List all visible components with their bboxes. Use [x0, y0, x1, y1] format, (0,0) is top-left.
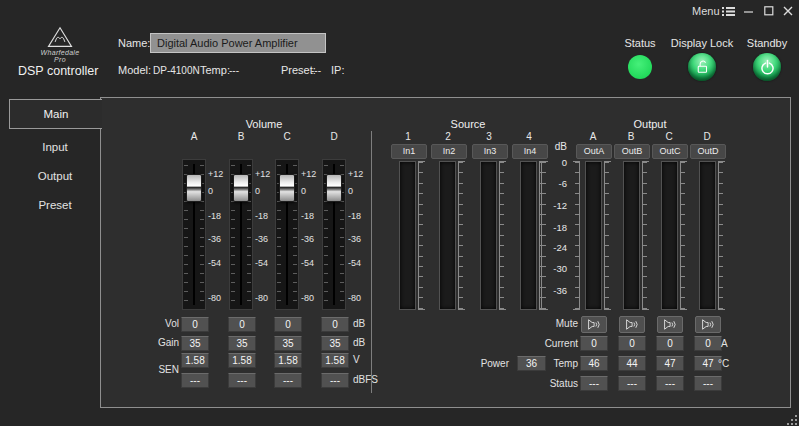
sen-v-value-c[interactable]: 1.58 [274, 353, 302, 368]
sen-v-value-a[interactable]: 1.58 [181, 353, 209, 368]
sen-dbfs-value-d[interactable]: --- [321, 373, 349, 388]
db-scale-bracket-left [541, 161, 548, 310]
input-button-in4[interactable]: In4 [512, 144, 548, 159]
maximize-button[interactable] [761, 4, 777, 18]
sen-v-value-b[interactable]: 1.58 [228, 353, 256, 368]
gain-value-b[interactable]: 35 [228, 336, 256, 351]
scale-label: -80 [348, 293, 361, 303]
output-button-outd[interactable]: OutD [690, 144, 726, 159]
source-col-2: 2 [431, 131, 465, 142]
app-title: DSP controller [18, 64, 98, 78]
current-value-b: 0 [618, 336, 646, 351]
tab-main[interactable]: Main [9, 99, 102, 129]
db-unit-label: dB [549, 141, 567, 153]
preset-value: --- [311, 65, 321, 76]
meter-tick-scale [418, 161, 425, 310]
menu-list-icon[interactable] [720, 4, 736, 18]
power-label: Power [453, 357, 509, 370]
output-button-outb[interactable]: OutB [614, 144, 650, 159]
source-meter-1 [399, 161, 416, 310]
gain-value-a[interactable]: 35 [181, 336, 209, 351]
status-label: Status [613, 37, 667, 49]
fader-handle[interactable] [326, 174, 342, 202]
display-lock-button[interactable] [688, 53, 716, 81]
output-meter-a [585, 161, 602, 310]
source-col-3: 3 [472, 131, 506, 142]
channel-label: A [167, 131, 221, 142]
source-section-title: Source [418, 118, 518, 130]
vol-value-b[interactable]: 0 [228, 317, 256, 332]
sen-dbfs-value-c[interactable]: --- [274, 373, 302, 388]
sen-v-value-d[interactable]: 1.58 [321, 353, 349, 368]
model-value: DP-4100N [153, 65, 200, 76]
sen-dbfs-value-a[interactable]: --- [181, 373, 209, 388]
status-value-c: --- [656, 376, 684, 391]
tab-preset[interactable]: Preset [9, 195, 101, 215]
vol-value-d[interactable]: 0 [321, 317, 349, 332]
sen-dbfs-value-b[interactable]: --- [228, 373, 256, 388]
mute-button-c[interactable] [657, 316, 683, 333]
minimize-button[interactable] [741, 4, 757, 18]
gain-unit: dB [353, 336, 365, 349]
brand-sub: Pro [30, 56, 90, 63]
main-panel: Volume A +12 0 -18 -36 -54 -80 B +12 0 -… [100, 97, 791, 408]
dsp-controller-window: Menu Wharfedale Pro DSP controller Name:… [0, 0, 799, 426]
speaker-icon [625, 319, 640, 330]
source-meter-2 [439, 161, 456, 310]
tab-output[interactable]: Output [9, 166, 101, 186]
output-button-outa[interactable]: OutA [576, 144, 612, 159]
channel-label: D [307, 131, 361, 142]
status-value-a: --- [580, 376, 608, 391]
vol-value-c[interactable]: 0 [274, 317, 302, 332]
sen-label: SEN [119, 363, 179, 376]
current-value-d: 0 [694, 336, 722, 351]
input-button-in2[interactable]: In2 [431, 144, 467, 159]
menu-button[interactable]: Menu [692, 5, 720, 17]
vol-label: Vol [119, 317, 179, 330]
status-row-label: Status [518, 377, 578, 390]
temp-value: --- [229, 65, 239, 76]
db-tick: -12 [549, 200, 567, 212]
tab-input[interactable]: Input [9, 137, 101, 157]
volume-section-title: Volume [214, 118, 314, 130]
fader-handle[interactable] [186, 174, 202, 202]
mute-button-b[interactable] [619, 316, 645, 333]
close-button[interactable] [780, 4, 796, 18]
scale-label: -54 [348, 258, 361, 268]
name-input[interactable] [150, 33, 326, 53]
source-meter-3 [480, 161, 497, 310]
fader-handle[interactable] [279, 174, 295, 202]
meter-tick-scale [642, 161, 649, 310]
fader-handle[interactable] [233, 174, 249, 202]
model-label: Model: [118, 64, 151, 76]
output-col-b: B [614, 131, 648, 142]
vol-value-a[interactable]: 0 [181, 317, 209, 332]
meter-tick-scale [458, 161, 465, 310]
gain-value-c[interactable]: 35 [274, 336, 302, 351]
output-col-a: A [576, 131, 610, 142]
volume-fader-c: C +12 0 -18 -36 -54 -80 [260, 131, 314, 326]
section-divider [371, 131, 372, 393]
unlock-icon [693, 58, 711, 76]
gain-label: Gain [119, 336, 179, 349]
input-button-in1[interactable]: In1 [391, 144, 427, 159]
db-tick: -30 [549, 263, 567, 275]
speaker-icon [587, 319, 602, 330]
mute-button-d[interactable] [695, 316, 721, 333]
mute-label: Mute [518, 317, 578, 330]
input-button-in3[interactable]: In3 [472, 144, 508, 159]
mute-button-a[interactable] [581, 316, 607, 333]
db-scale-bracket-right [573, 161, 580, 310]
gain-value-d[interactable]: 35 [321, 336, 349, 351]
sen-v-unit: V [353, 353, 360, 366]
current-value-a: 0 [580, 336, 608, 351]
scale-label: 0 [208, 186, 213, 196]
standby-button[interactable] [753, 53, 781, 81]
temp-label: Temp: [200, 64, 230, 76]
status-value-d: --- [694, 376, 722, 391]
db-tick: -36 [549, 285, 567, 297]
output-button-outc[interactable]: OutC [652, 144, 688, 159]
scale-label: 0 [348, 186, 353, 196]
sen-dbfs-unit: dBFS [353, 373, 378, 386]
resize-grip[interactable] [786, 412, 798, 426]
